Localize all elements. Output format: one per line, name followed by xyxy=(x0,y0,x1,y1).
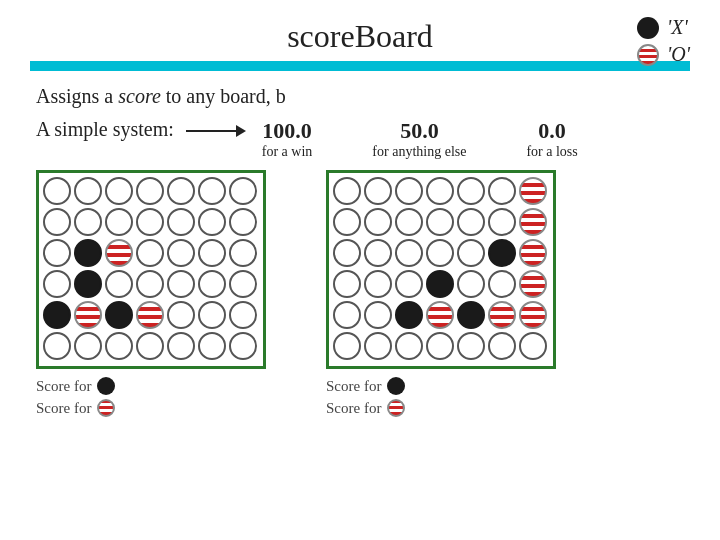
cell xyxy=(43,208,71,236)
cell xyxy=(457,208,485,236)
x-label: 'X' xyxy=(667,16,688,39)
cell xyxy=(395,270,423,298)
score-win-desc: for a win xyxy=(262,144,313,160)
cell xyxy=(74,239,102,267)
legend-x: 'X' xyxy=(637,16,690,39)
cyan-bar xyxy=(30,61,690,71)
x-icon xyxy=(637,17,659,39)
board2-label-o: Score for xyxy=(326,399,405,417)
subtitle-suffix: to any board, b xyxy=(161,85,286,107)
cell xyxy=(167,208,195,236)
cell xyxy=(426,301,454,329)
cell xyxy=(167,332,195,360)
subtitle-prefix: Assigns a xyxy=(36,85,118,107)
cell xyxy=(519,332,547,360)
cell xyxy=(74,208,102,236)
board2-x-circle xyxy=(387,377,405,395)
board2-labels: Score for Score for xyxy=(326,377,405,417)
cell xyxy=(426,177,454,205)
cell xyxy=(519,301,547,329)
board1-label-x: Score for xyxy=(36,377,115,395)
board2-score-for-o-text: Score for xyxy=(326,400,381,417)
title: scoreBoard xyxy=(287,18,433,54)
cell xyxy=(105,177,133,205)
score-loss: 0.0 for a loss xyxy=(526,118,577,160)
o-icon xyxy=(637,44,659,66)
cell xyxy=(105,270,133,298)
header: scoreBoard xyxy=(0,0,720,61)
score-else: 50.0 for anything else xyxy=(372,118,466,160)
board1-o-circle xyxy=(97,399,115,417)
cell xyxy=(488,301,516,329)
board1-grid xyxy=(36,170,266,369)
cell xyxy=(519,177,547,205)
cell xyxy=(198,208,226,236)
cell xyxy=(74,332,102,360)
score-loss-value: 0.0 xyxy=(538,118,566,144)
cell xyxy=(457,239,485,267)
cell xyxy=(364,270,392,298)
cell xyxy=(364,177,392,205)
cell xyxy=(488,177,516,205)
board2-label-x: Score for xyxy=(326,377,405,395)
cell xyxy=(333,239,361,267)
board2-grid xyxy=(326,170,556,369)
board1-container: Score for Score for xyxy=(36,170,266,417)
cell xyxy=(519,239,547,267)
cell xyxy=(198,270,226,298)
score-else-desc: for anything else xyxy=(372,144,466,160)
cell xyxy=(488,332,516,360)
cell xyxy=(136,270,164,298)
board1-score-for-x-text: Score for xyxy=(36,378,91,395)
cell xyxy=(105,239,133,267)
cell xyxy=(395,301,423,329)
subtitle-italic: score xyxy=(118,85,161,107)
board2-container: Score for Score for xyxy=(326,170,556,417)
board1-labels: Score for Score for xyxy=(36,377,115,417)
cell xyxy=(488,208,516,236)
cell xyxy=(43,270,71,298)
cell xyxy=(229,177,257,205)
board2-o-circle xyxy=(387,399,405,417)
cell xyxy=(167,301,195,329)
simple-system-row: A simple system: 100.0 for a win 50.0 fo… xyxy=(36,118,720,160)
cell xyxy=(395,332,423,360)
o-label: 'O' xyxy=(667,43,690,66)
cell xyxy=(43,301,71,329)
cell xyxy=(136,208,164,236)
board1-score-for-o-text: Score for xyxy=(36,400,91,417)
cell xyxy=(198,332,226,360)
cell xyxy=(198,301,226,329)
cell xyxy=(488,239,516,267)
cell xyxy=(457,332,485,360)
cell xyxy=(105,332,133,360)
score-else-value: 50.0 xyxy=(400,118,439,144)
cell xyxy=(167,177,195,205)
cell xyxy=(136,301,164,329)
cell xyxy=(167,239,195,267)
cell xyxy=(364,332,392,360)
cell xyxy=(333,177,361,205)
cell xyxy=(74,270,102,298)
board1-x-circle xyxy=(97,377,115,395)
legend-o: 'O' xyxy=(637,43,690,66)
cell xyxy=(457,270,485,298)
board1-label-o: Score for xyxy=(36,399,115,417)
cell xyxy=(426,332,454,360)
cell xyxy=(457,301,485,329)
simple-system-label: A simple system: xyxy=(36,118,174,141)
cell xyxy=(43,332,71,360)
cell xyxy=(198,239,226,267)
cell xyxy=(364,301,392,329)
subtitle: Assigns a score to any board, b xyxy=(36,85,720,108)
score-win-value: 100.0 xyxy=(262,118,312,144)
cell xyxy=(395,239,423,267)
arrow-icon xyxy=(186,122,246,140)
cell xyxy=(426,270,454,298)
cell xyxy=(426,239,454,267)
cell xyxy=(229,208,257,236)
cell xyxy=(105,301,133,329)
cell xyxy=(519,208,547,236)
cell xyxy=(426,208,454,236)
cell xyxy=(136,239,164,267)
